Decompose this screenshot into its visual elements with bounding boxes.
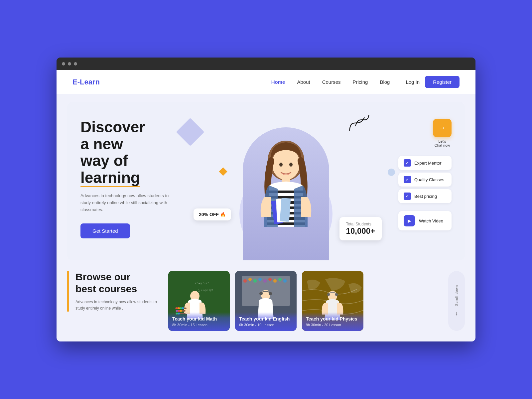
main-content: E-Learn Home About Courses Pricing Blog … xyxy=(57,70,475,341)
hero-subtitle: Advances in technology now allow student… xyxy=(80,193,174,213)
scroll-indicator: Scroll down ↓ xyxy=(448,271,465,331)
hero-title-line3: way of xyxy=(80,152,128,169)
hero-right: → Let's Chat now ✓ Expert Mentor ✓ Quali… xyxy=(385,115,452,260)
svg-point-47 xyxy=(327,293,330,296)
hero-section: Discover a new way of learning Advances … xyxy=(57,94,475,260)
hero-text: Discover a new way of learning Advances … xyxy=(80,115,187,260)
chat-wrapper: → Let's Chat now xyxy=(433,119,452,147)
feature-label-3: Best pricing xyxy=(414,194,437,199)
svg-point-14 xyxy=(289,163,293,167)
svg-point-28 xyxy=(180,310,182,312)
nav-item-courses[interactable]: Courses xyxy=(322,79,341,85)
student-image xyxy=(243,127,329,260)
login-button[interactable]: Log In xyxy=(406,79,420,85)
hero-title-line1: Discover xyxy=(80,118,145,136)
browser-window: E-Learn Home About Courses Pricing Blog … xyxy=(57,58,475,341)
svg-point-22 xyxy=(176,307,178,309)
courses-grid: x²+y²=r² ∑ = n(n+1)/2 xyxy=(168,271,440,331)
play-icon: ▶ xyxy=(404,215,415,226)
course-meta-math: 8h 30min - 15 Lesson xyxy=(172,323,226,327)
hero-inner: Discover a new way of learning Advances … xyxy=(67,102,465,260)
svg-point-42 xyxy=(273,279,277,283)
logo-rest: -Learn xyxy=(77,78,100,86)
course-meta-physics: 9h 30min - 20 Lesson xyxy=(306,323,359,327)
student-figure xyxy=(233,121,339,260)
courses-text: Browse our best courses Advances in tech… xyxy=(67,271,160,312)
svg-point-27 xyxy=(178,310,180,312)
check-icon-2: ✓ xyxy=(404,176,411,183)
get-started-button[interactable]: Get Started xyxy=(80,223,130,238)
courses-description: Advances in technology now allow student… xyxy=(75,299,160,312)
discount-badge: 20% OFF 🔥 xyxy=(194,208,231,220)
svg-point-44 xyxy=(283,279,287,283)
svg-rect-12 xyxy=(280,198,291,222)
feature-badges: ✓ Expert Mentor ✓ Quality Classes ✓ Best… xyxy=(398,156,452,203)
svg-point-36 xyxy=(243,279,247,283)
courses-title: Browse our best courses xyxy=(75,271,160,295)
svg-point-39 xyxy=(258,278,262,281)
feature-best-pricing: ✓ Best pricing xyxy=(398,189,452,203)
students-count: 10,000+ xyxy=(346,226,375,236)
course-meta-english: 6h 30min - 10 Lesson xyxy=(239,323,293,327)
nav-link-courses[interactable]: Courses xyxy=(322,79,341,85)
svg-point-23 xyxy=(178,307,180,309)
svg-point-43 xyxy=(278,278,282,281)
nav-link-about[interactable]: About xyxy=(297,79,310,85)
svg-point-24 xyxy=(180,307,182,309)
svg-point-25 xyxy=(182,307,184,309)
course-card-math[interactable]: x²+y²=r² ∑ = n(n+1)/2 xyxy=(168,271,230,331)
hero-title: Discover a new way of learning xyxy=(80,119,187,186)
feature-quality-classes: ✓ Quality Classes xyxy=(398,173,452,187)
course-card-overlay-english: Teach your kid English 6h 30min - 10 Les… xyxy=(235,312,297,331)
register-button[interactable]: Register xyxy=(425,76,460,88)
svg-point-34 xyxy=(259,292,263,295)
svg-point-26 xyxy=(176,310,178,312)
chat-button[interactable]: → xyxy=(433,119,452,137)
courses-title-line1: Browse our xyxy=(75,271,130,282)
logo: E-Learn xyxy=(72,78,100,86)
courses-section: Browse our best courses Advances in tech… xyxy=(57,260,475,341)
svg-point-37 xyxy=(248,278,252,281)
nav-links: Home About Courses Pricing Blog xyxy=(271,79,390,85)
browser-dot-2 xyxy=(68,62,71,66)
svg-point-40 xyxy=(263,279,267,283)
nav-link-home[interactable]: Home xyxy=(271,79,285,85)
students-label: Total Students xyxy=(346,222,375,226)
svg-point-13 xyxy=(279,163,283,167)
course-card-overlay-math: Teach your kid Math 8h 30min - 15 Lesson xyxy=(168,312,230,331)
svg-point-38 xyxy=(253,279,257,283)
hero-title-line2: a new xyxy=(80,135,123,153)
course-card-overlay-physics: Teach your kid Physics 9h 30min - 20 Les… xyxy=(302,312,363,331)
scroll-text: Scroll down xyxy=(455,285,459,306)
nav-link-blog[interactable]: Blog xyxy=(380,79,390,85)
nav-item-blog[interactable]: Blog xyxy=(380,79,390,85)
chat-label: Let's Chat now xyxy=(435,139,450,147)
feature-label-2: Quality Classes xyxy=(414,177,444,182)
students-badge: Total Students 10,000+ xyxy=(339,217,382,240)
browser-bar xyxy=(57,58,475,70)
browser-dot-1 xyxy=(62,62,65,66)
logo-highlight: E xyxy=(72,78,77,86)
nav-actions: Log In Register xyxy=(406,76,460,88)
nav-item-about[interactable]: About xyxy=(297,79,310,85)
watch-video-label: Watch Video xyxy=(419,218,443,223)
course-name-english: Teach your kid English xyxy=(239,316,293,322)
course-card-physics[interactable]: Teach your kid Physics 9h 30min - 20 Les… xyxy=(302,271,363,331)
check-icon-1: ✓ xyxy=(404,159,411,167)
nav-link-pricing[interactable]: Pricing xyxy=(353,79,368,85)
deco-circle-small xyxy=(388,169,395,176)
course-name-physics: Teach your kid Physics xyxy=(306,316,359,322)
navbar: E-Learn Home About Courses Pricing Blog … xyxy=(57,70,475,94)
nav-item-home[interactable]: Home xyxy=(271,79,285,85)
hero-title-line4: learning xyxy=(80,169,140,186)
watch-video-button[interactable]: ▶ Watch Video xyxy=(398,211,452,230)
svg-point-48 xyxy=(335,293,338,296)
nav-item-pricing[interactable]: Pricing xyxy=(353,79,368,85)
check-icon-3: ✓ xyxy=(404,193,411,200)
chat-arrow-icon: → xyxy=(439,124,446,132)
course-name-math: Teach your kid Math xyxy=(172,316,226,322)
svg-point-41 xyxy=(268,278,272,281)
course-card-english[interactable]: Teach your kid English 6h 30min - 10 Les… xyxy=(235,271,297,331)
svg-text:∑ = n(n+1)/2: ∑ = n(n+1)/2 xyxy=(198,289,213,292)
feature-label-1: Expert Mentor xyxy=(414,161,442,166)
